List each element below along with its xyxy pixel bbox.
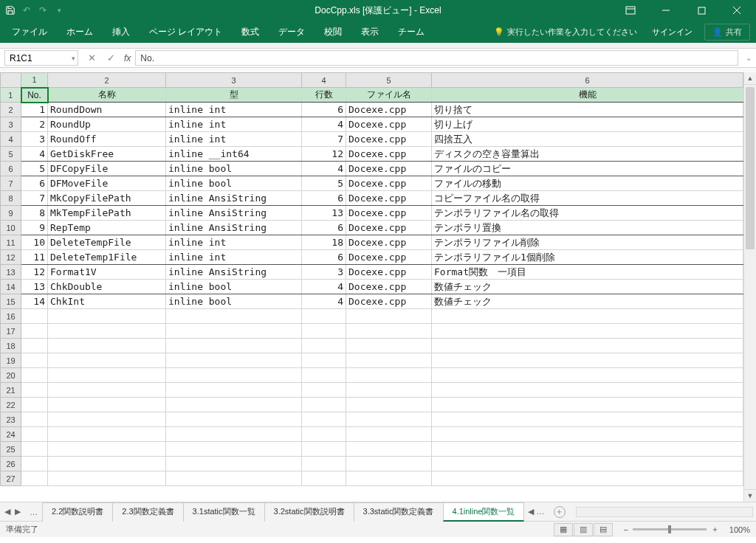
undo-icon[interactable]: ↶ [21, 4, 32, 16]
empty-cell[interactable] [48, 368, 166, 383]
header-cell[interactable]: 名称 [48, 88, 166, 103]
data-cell[interactable]: 6 [302, 191, 346, 206]
row-header[interactable]: 14 [1, 280, 21, 294]
empty-cell[interactable] [48, 427, 166, 442]
data-cell[interactable]: DFCopyFile [48, 162, 166, 176]
row-header[interactable]: 9 [1, 206, 21, 221]
data-cell[interactable]: 切り捨て [432, 103, 743, 117]
empty-cell[interactable] [21, 412, 48, 427]
data-cell[interactable]: 4 [21, 147, 48, 162]
row-header[interactable]: 17 [1, 324, 21, 339]
empty-cell[interactable] [302, 398, 346, 412]
data-cell[interactable]: 切り上げ [432, 117, 743, 132]
data-cell[interactable]: テンポラリファイル削除 [432, 235, 743, 250]
data-cell[interactable]: 3 [21, 132, 48, 147]
empty-cell[interactable] [48, 324, 166, 339]
sheet-tab[interactable]: 2.3関数定義書 [112, 502, 183, 522]
empty-cell[interactable] [21, 442, 48, 457]
row-header[interactable]: 19 [1, 353, 21, 368]
data-cell[interactable]: 4 [302, 162, 346, 176]
empty-cell[interactable] [432, 309, 743, 324]
data-cell[interactable]: MkTempFilePath [48, 206, 166, 221]
header-cell[interactable]: 行数 [302, 88, 346, 103]
data-cell[interactable]: MkCopyFilePath [48, 191, 166, 206]
expand-formula-icon[interactable]: ⌄ [741, 49, 756, 67]
zoom-out-icon[interactable]: − [623, 525, 628, 534]
data-cell[interactable]: Docexe.cpp [346, 221, 432, 235]
data-cell[interactable]: 8 [21, 206, 48, 221]
row-header[interactable]: 6 [1, 162, 21, 176]
empty-cell[interactable] [302, 383, 346, 398]
ribbon-tab[interactable]: データ [269, 23, 314, 41]
worksheet-grid[interactable]: 1234561No.名称型行数ファイル名機能21RoundDowninline … [0, 72, 743, 502]
data-cell[interactable]: inline AnsiString [166, 191, 302, 206]
empty-cell[interactable] [302, 427, 346, 442]
maximize-icon[interactable] [685, 0, 718, 21]
empty-cell[interactable] [166, 309, 302, 324]
empty-cell[interactable] [166, 442, 302, 457]
scroll-down-icon[interactable]: ▼ [744, 489, 756, 502]
data-cell[interactable]: inline AnsiString [166, 206, 302, 221]
data-cell[interactable]: 14 [21, 294, 48, 309]
sheet-tab[interactable]: 3.3static関数定義書 [354, 502, 444, 522]
empty-cell[interactable] [432, 471, 743, 486]
row-header[interactable]: 16 [1, 309, 21, 324]
empty-cell[interactable] [21, 383, 48, 398]
minimize-icon[interactable] [650, 0, 682, 21]
column-header[interactable]: 6 [432, 73, 743, 88]
row-header[interactable]: 1 [1, 88, 21, 103]
data-cell[interactable]: inline bool [166, 294, 302, 309]
header-cell[interactable]: No. [21, 88, 48, 103]
data-cell[interactable]: inline int [166, 250, 302, 265]
data-cell[interactable]: Docexe.cpp [346, 235, 432, 250]
row-header[interactable]: 13 [1, 265, 21, 280]
data-cell[interactable]: 数値チェック [432, 280, 743, 294]
empty-cell[interactable] [302, 442, 346, 457]
empty-cell[interactable] [166, 339, 302, 353]
empty-cell[interactable] [48, 383, 166, 398]
row-header[interactable]: 25 [1, 442, 21, 457]
row-header[interactable]: 15 [1, 294, 21, 309]
data-cell[interactable]: inline bool [166, 162, 302, 176]
empty-cell[interactable] [21, 324, 48, 339]
empty-cell[interactable] [432, 324, 743, 339]
cancel-icon[interactable]: ✕ [84, 52, 99, 63]
empty-cell[interactable] [432, 442, 743, 457]
ribbon-tab[interactable]: 挿入 [103, 23, 139, 41]
column-header[interactable]: 5 [346, 73, 432, 88]
data-cell[interactable]: テンポラリファイル1個削除 [432, 250, 743, 265]
data-cell[interactable]: DFMoveFile [48, 176, 166, 191]
data-cell[interactable]: 四捨五入 [432, 132, 743, 147]
data-cell[interactable]: Docexe.cpp [346, 191, 432, 206]
data-cell[interactable]: Docexe.cpp [346, 103, 432, 117]
scroll-up-icon[interactable]: ▲ [744, 72, 756, 85]
empty-cell[interactable] [21, 368, 48, 383]
data-cell[interactable]: inline __int64 [166, 147, 302, 162]
data-cell[interactable]: RoundUp [48, 117, 166, 132]
row-header[interactable]: 4 [1, 132, 21, 147]
select-all-corner[interactable] [1, 73, 21, 88]
data-cell[interactable]: 6 [302, 103, 346, 117]
row-header[interactable]: 7 [1, 176, 21, 191]
ribbon-display-icon[interactable] [614, 0, 647, 21]
data-cell[interactable]: 4 [302, 117, 346, 132]
empty-cell[interactable] [166, 457, 302, 471]
data-cell[interactable]: inline AnsiString [166, 265, 302, 280]
row-header[interactable]: 10 [1, 221, 21, 235]
data-cell[interactable]: Format1V [48, 265, 166, 280]
formula-input[interactable]: No. [135, 50, 738, 66]
empty-cell[interactable] [48, 442, 166, 457]
ribbon-tab[interactable]: 校閲 [315, 23, 351, 41]
data-cell[interactable]: inline int [166, 235, 302, 250]
empty-cell[interactable] [48, 339, 166, 353]
enter-icon[interactable]: ✓ [103, 52, 118, 63]
empty-cell[interactable] [166, 324, 302, 339]
data-cell[interactable]: inline bool [166, 176, 302, 191]
sheet-tab[interactable]: 3.1static関数一覧 [183, 502, 265, 522]
empty-cell[interactable] [21, 309, 48, 324]
tab-overflow-right-icon[interactable]: ◀ … [523, 507, 549, 516]
empty-cell[interactable] [302, 353, 346, 368]
empty-cell[interactable] [302, 324, 346, 339]
column-header[interactable]: 1 [21, 73, 48, 88]
new-sheet-button[interactable]: ＋ [549, 506, 570, 518]
